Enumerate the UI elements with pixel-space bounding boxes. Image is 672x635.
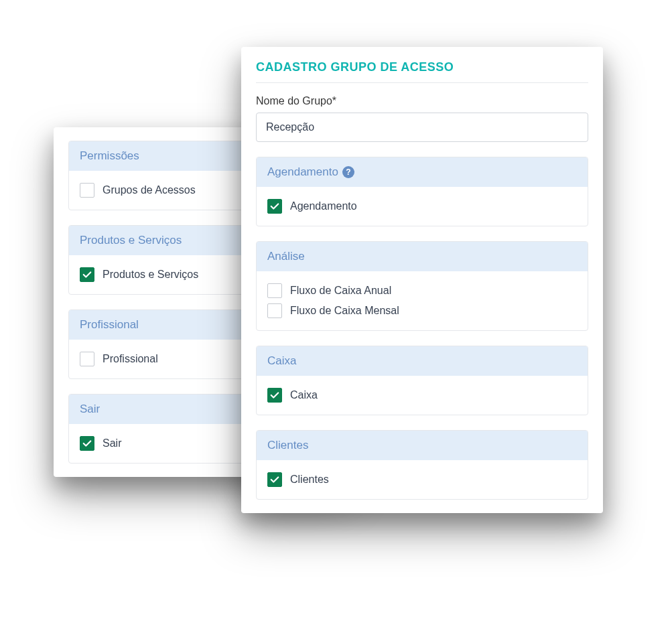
group-body: Fluxo de Caixa Anual Fluxo de Caixa Mens… — [257, 271, 588, 330]
group-header: Clientes — [257, 431, 588, 460]
checkbox-profissional[interactable] — [80, 352, 94, 366]
divider — [256, 82, 588, 83]
group-header: Caixa — [257, 346, 588, 376]
group-name-input[interactable] — [256, 113, 588, 142]
group-title: Profissional — [80, 318, 139, 332]
group-name-label: Nome do Grupo* — [256, 95, 588, 107]
group-caixa: Caixa Caixa — [256, 346, 588, 415]
permission-row: Fluxo de Caixa Anual — [267, 283, 577, 298]
help-icon[interactable]: ? — [342, 166, 354, 178]
group-header: Análise — [257, 242, 588, 271]
checkbox-produtos-servicos[interactable] — [80, 267, 94, 282]
permission-row: Caixa — [267, 388, 577, 403]
group-title: Clientes — [267, 439, 308, 452]
access-group-form-card: CADASTRO GRUPO DE ACESSO Nome do Grupo* … — [241, 47, 603, 513]
group-body: Agendamento — [257, 187, 588, 226]
checkbox-label: Fluxo de Caixa Anual — [290, 285, 391, 297]
checkbox-label: Produtos e Serviços — [103, 269, 198, 281]
group-body: Clientes — [257, 460, 588, 499]
page-title: CADASTRO GRUPO DE ACESSO — [256, 60, 588, 74]
checkbox-label: Fluxo de Caixa Mensal — [290, 305, 399, 317]
group-clientes: Clientes Clientes — [256, 430, 588, 500]
checkbox-label: Grupos de Acessos — [103, 184, 196, 196]
checkbox-fluxo-caixa-mensal[interactable] — [267, 303, 282, 318]
group-title: Caixa — [267, 354, 296, 368]
permission-row: Clientes — [267, 472, 577, 487]
checkbox-label: Clientes — [290, 474, 329, 486]
group-title: Produtos e Serviços — [80, 234, 182, 247]
checkbox-agendamento[interactable] — [267, 199, 282, 214]
group-agendamento: Agendamento ? Agendamento — [256, 157, 588, 226]
checkbox-label: Caixa — [290, 389, 318, 401]
group-title: Análise — [267, 250, 305, 263]
permission-row: Fluxo de Caixa Mensal — [267, 303, 577, 318]
checkbox-clientes[interactable] — [267, 472, 282, 487]
group-body: Caixa — [257, 376, 588, 415]
checkbox-grupos-de-acessos[interactable] — [80, 183, 94, 198]
checkbox-label: Agendamento — [290, 200, 357, 212]
group-header: Agendamento ? — [257, 157, 588, 187]
checkbox-label: Profissional — [103, 353, 158, 365]
group-title: Sair — [80, 403, 100, 416]
checkbox-fluxo-caixa-anual[interactable] — [267, 283, 282, 298]
group-analise: Análise Fluxo de Caixa Anual Fluxo de Ca… — [256, 241, 588, 331]
checkbox-label: Sair — [103, 437, 121, 449]
group-title: Permissões — [80, 149, 139, 163]
checkbox-sair[interactable] — [80, 436, 94, 451]
group-title: Agendamento — [267, 165, 338, 179]
checkbox-caixa[interactable] — [267, 388, 282, 403]
permission-row: Agendamento — [267, 199, 577, 214]
